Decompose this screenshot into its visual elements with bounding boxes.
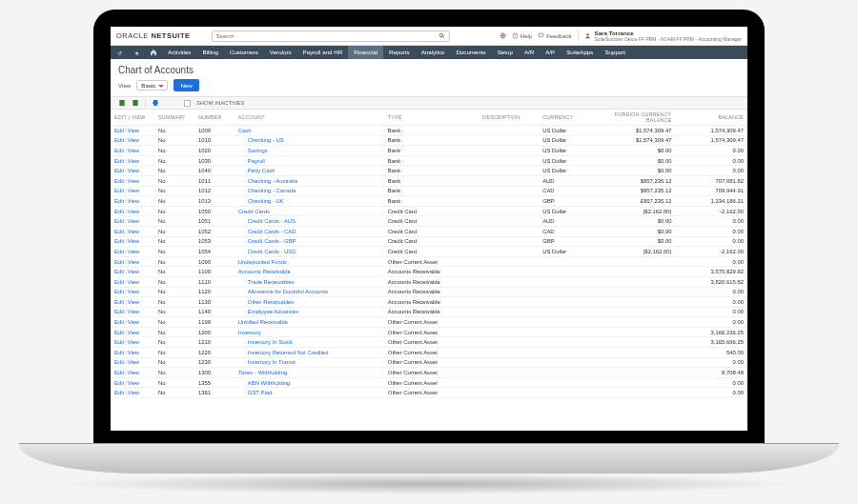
nav-history-icon[interactable]: ↺ xyxy=(111,50,128,56)
edit-link[interactable]: Edit xyxy=(114,148,124,153)
view-link[interactable]: View xyxy=(128,249,140,254)
view-link[interactable]: View xyxy=(128,178,140,184)
edit-link[interactable]: Edit xyxy=(114,390,124,395)
account-link[interactable]: Credit Cards - AUS xyxy=(238,218,296,224)
view-select[interactable]: Basic xyxy=(136,80,168,91)
account-link[interactable]: ABN Withholding xyxy=(238,380,291,386)
edit-link[interactable]: Edit xyxy=(114,350,124,355)
col-foreign-balance[interactable]: FOREIGN CURRENCY BALANCE xyxy=(594,110,676,126)
edit-link[interactable]: Edit xyxy=(114,359,124,365)
new-button[interactable]: New xyxy=(174,79,198,91)
edit-link[interactable]: Edit xyxy=(114,299,124,305)
view-link[interactable]: View xyxy=(128,209,140,214)
view-link[interactable]: View xyxy=(128,309,140,314)
edit-link[interactable]: Edit xyxy=(114,289,124,294)
edit-link[interactable]: Edit xyxy=(114,309,124,314)
view-link[interactable]: View xyxy=(128,339,140,345)
account-link[interactable]: Checking - UK xyxy=(238,198,284,204)
account-link[interactable]: Trade Receivables xyxy=(238,279,295,285)
account-link[interactable]: Petty Cash xyxy=(238,168,276,173)
account-link[interactable]: Credit Cards - GBP xyxy=(238,238,296,244)
view-link[interactable]: View xyxy=(128,359,140,365)
account-link[interactable]: Allowance for Doubtful Accounts xyxy=(238,289,328,294)
edit-link[interactable]: Edit xyxy=(114,380,124,386)
nav-item-setup[interactable]: Setup xyxy=(492,46,519,59)
nav-item-payroll-and-hr[interactable]: Payroll and HR xyxy=(297,46,349,59)
account-link[interactable]: Undeposited Funds xyxy=(238,259,287,265)
nav-item-suiteapps[interactable]: SuiteApps xyxy=(561,46,599,59)
view-link[interactable]: View xyxy=(128,198,140,204)
edit-link[interactable]: Edit xyxy=(114,178,124,184)
view-link[interactable]: View xyxy=(128,269,140,274)
nav-item-a-r[interactable]: A/R xyxy=(519,46,540,59)
export-csv-icon[interactable] xyxy=(118,99,126,107)
feedback-link[interactable]: Feedback xyxy=(538,32,571,39)
nav-item-a-p[interactable]: A/P xyxy=(540,46,561,59)
col-number[interactable]: NUMBER xyxy=(194,110,235,126)
edit-link[interactable]: Edit xyxy=(114,198,124,204)
account-link[interactable]: Credit Cards - USD xyxy=(238,249,296,254)
account-link[interactable]: Checking - Canada xyxy=(238,188,296,193)
export-xls-icon[interactable] xyxy=(132,99,139,107)
account-link[interactable]: Inventory Returned Not Credited xyxy=(238,350,329,355)
nav-item-analytics[interactable]: Analytics xyxy=(416,46,451,59)
edit-link[interactable]: Edit xyxy=(114,137,124,143)
col-currency[interactable]: CURRENCY xyxy=(539,110,594,126)
edit-link[interactable]: Edit xyxy=(114,158,124,164)
nav-item-billing[interactable]: Billing xyxy=(196,46,224,59)
col-account[interactable]: ACCOUNT xyxy=(235,110,384,126)
account-link[interactable]: Unbilled Receivable xyxy=(238,319,288,325)
edit-link[interactable]: Edit xyxy=(114,269,124,274)
view-link[interactable]: View xyxy=(128,289,140,294)
view-link[interactable]: View xyxy=(128,148,140,153)
account-link[interactable]: Cash xyxy=(238,128,252,133)
account-link[interactable]: Other Receivables xyxy=(238,299,294,305)
view-link[interactable]: View xyxy=(128,350,140,355)
edit-link[interactable]: Edit xyxy=(114,168,124,173)
nav-item-customers[interactable]: Customers xyxy=(224,46,264,59)
globe-icon[interactable] xyxy=(500,32,506,39)
search-input[interactable] xyxy=(216,33,439,39)
view-link[interactable]: View xyxy=(128,168,140,173)
nav-star-icon[interactable]: ★ xyxy=(128,50,145,56)
view-link[interactable]: View xyxy=(128,299,140,305)
nav-item-vendors[interactable]: Vendors xyxy=(264,46,297,59)
view-link[interactable]: View xyxy=(128,137,140,143)
print-icon[interactable] xyxy=(152,99,159,107)
edit-link[interactable]: Edit xyxy=(114,229,124,234)
nav-item-activities[interactable]: Activities xyxy=(162,46,196,59)
edit-link[interactable]: Edit xyxy=(114,370,124,375)
nav-home-icon[interactable] xyxy=(145,49,162,57)
col-description[interactable]: DESCRIPTION xyxy=(479,110,539,126)
view-link[interactable]: View xyxy=(128,279,140,285)
edit-link[interactable]: Edit xyxy=(114,188,124,193)
account-link[interactable]: Credit Cards - CAD xyxy=(238,229,296,234)
view-link[interactable]: View xyxy=(128,188,140,193)
help-link[interactable]: ? Help xyxy=(512,32,532,39)
view-link[interactable]: View xyxy=(128,218,140,224)
edit-link[interactable]: Edit xyxy=(114,339,124,345)
view-link[interactable]: View xyxy=(128,238,140,244)
edit-link[interactable]: Edit xyxy=(114,209,124,214)
account-link[interactable]: Inventory In Transit xyxy=(238,359,296,365)
global-search[interactable] xyxy=(212,30,450,42)
account-link[interactable]: GST Paid xyxy=(238,390,272,395)
view-link[interactable]: View xyxy=(128,128,140,133)
nav-item-reports[interactable]: Reports xyxy=(383,46,416,59)
nav-item-documents[interactable]: Documents xyxy=(450,46,491,59)
show-inactives-checkbox[interactable] xyxy=(184,100,191,107)
account-link[interactable]: Savings xyxy=(238,148,268,153)
edit-link[interactable]: Edit xyxy=(114,218,124,224)
account-link[interactable]: Checking - Australia xyxy=(238,178,297,184)
col-balance[interactable]: BALANCE xyxy=(676,110,747,126)
view-link[interactable]: View xyxy=(128,370,140,375)
nav-item-support[interactable]: Support xyxy=(599,46,631,59)
edit-link[interactable]: Edit xyxy=(114,330,124,335)
view-link[interactable]: View xyxy=(128,390,140,395)
account-link[interactable]: Accounts Receivable xyxy=(238,269,291,274)
account-link[interactable]: Taxes - Withholding xyxy=(238,370,287,375)
account-link[interactable]: Inventory In Stock xyxy=(238,339,293,345)
account-link[interactable]: Checking - US xyxy=(238,137,284,143)
col-summary[interactable]: SUMMARY xyxy=(154,110,194,126)
view-link[interactable]: View xyxy=(128,158,140,164)
